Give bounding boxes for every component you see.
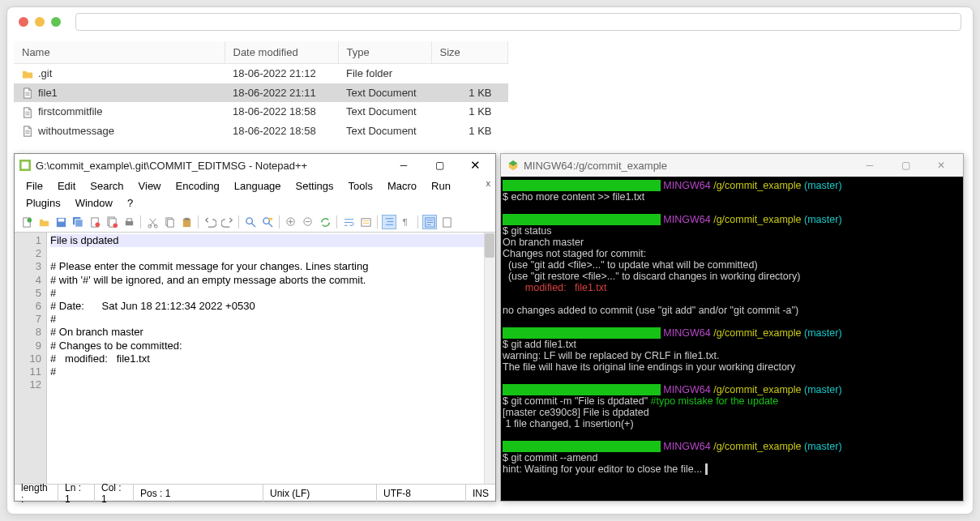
menu-view[interactable]: View <box>132 178 168 194</box>
terminal-body[interactable]: ────────────────────── MINGW64 /g/commit… <box>501 177 963 501</box>
find-icon[interactable] <box>243 215 258 229</box>
new-file-icon[interactable] <box>19 215 34 229</box>
explorer-row[interactable]: .git18-06-2022 21:12File folder <box>14 64 508 83</box>
menu-tools[interactable]: Tools <box>342 178 379 194</box>
status-pos: Pos : 1 <box>134 485 263 502</box>
svg-point-12 <box>113 223 118 228</box>
editor-scrollbar[interactable] <box>484 233 495 484</box>
undo-icon[interactable] <box>203 215 217 229</box>
minimize-button[interactable]: ─ <box>388 156 419 174</box>
svg-rect-14 <box>126 218 131 221</box>
status-line: Ln : 1 <box>58 485 95 502</box>
term-minimize-button[interactable]: ─ <box>854 156 885 174</box>
save-all-icon[interactable] <box>71 215 85 229</box>
open-folder-icon[interactable] <box>36 215 51 229</box>
explorer-row[interactable]: file118-06-2022 21:11Text Document1 KB <box>14 83 508 103</box>
terminal-titlebar[interactable]: MINGW64:/g/commit_example ─ ▢ ✕ <box>501 154 963 177</box>
menu-file[interactable]: File <box>19 178 49 194</box>
col-date[interactable]: Date modified <box>225 41 338 64</box>
status-encoding: UTF-8 <box>377 485 466 502</box>
status-col: Col : 1 <box>95 485 134 502</box>
folder-icon <box>22 69 33 80</box>
svg-point-22 <box>263 217 269 224</box>
menu-settings[interactable]: Settings <box>289 178 340 194</box>
notepad-titlebar[interactable]: G:\commit_example\.git\COMMIT_EDITMSG - … <box>15 154 495 177</box>
menu-run[interactable]: Run <box>425 178 457 194</box>
col-size[interactable]: Size <box>431 41 508 64</box>
status-length: length : <box>15 485 58 502</box>
menu-search[interactable]: Search <box>83 178 130 194</box>
status-eol: Unix (LF) <box>263 485 377 502</box>
minimize-dot[interactable] <box>35 17 45 27</box>
menu-macro[interactable]: Macro <box>381 178 423 194</box>
code-area[interactable]: File is dpdated # Please enter the commi… <box>47 233 495 484</box>
zoom-out-icon[interactable] <box>301 215 315 229</box>
doc-map-icon[interactable] <box>439 215 454 229</box>
svg-rect-29 <box>443 217 450 226</box>
close-button[interactable]: ✕ <box>460 156 490 174</box>
menu-encoding[interactable]: Encoding <box>169 178 226 194</box>
save-icon[interactable] <box>53 215 68 229</box>
cut-icon[interactable] <box>145 215 160 229</box>
svg-rect-18 <box>167 219 173 226</box>
close-dot[interactable] <box>19 17 28 27</box>
line-gutter: 123456789101112 <box>15 233 47 484</box>
file-explorer: Name Date modified Type Size .git18-06-2… <box>14 41 508 140</box>
svg-point-9 <box>95 222 100 227</box>
paste-icon[interactable] <box>179 215 194 229</box>
col-name[interactable]: Name <box>14 41 225 64</box>
svg-rect-1 <box>22 162 29 169</box>
browser-titlebar <box>7 7 973 36</box>
file-icon <box>22 88 33 99</box>
term-maximize-button[interactable]: ▢ <box>890 156 921 174</box>
svg-rect-7 <box>75 219 82 226</box>
replace-icon[interactable] <box>260 215 275 229</box>
zoom-in-icon[interactable] <box>284 215 298 229</box>
copy-icon[interactable] <box>162 215 177 229</box>
menu-language[interactable]: Language <box>228 178 288 194</box>
menu-help[interactable]: ? <box>121 195 139 211</box>
mingw-icon <box>507 160 519 171</box>
svg-rect-5 <box>58 218 64 221</box>
explorer-row[interactable]: withoutmessage18-06-2022 18:58Text Docum… <box>14 122 508 141</box>
showall-icon[interactable] <box>358 215 373 229</box>
close-all-icon[interactable] <box>105 215 119 229</box>
terminal-window: MINGW64:/g/commit_example ─ ▢ ✕ ────────… <box>500 153 964 502</box>
menu-window[interactable]: Window <box>69 195 119 211</box>
notepad-statusbar: length : Ln : 1 Col : 1 Pos : 1 Unix (LF… <box>15 484 495 502</box>
notepad-app-icon <box>19 160 31 171</box>
svg-rect-23 <box>268 217 272 220</box>
status-mode: INS <box>466 485 495 502</box>
print-icon[interactable] <box>122 215 136 229</box>
close-file-icon[interactable] <box>88 215 102 229</box>
svg-rect-26 <box>361 218 370 225</box>
function-list-icon[interactable] <box>422 215 437 229</box>
col-type[interactable]: Type <box>338 41 431 64</box>
maximize-button[interactable]: ▢ <box>424 156 455 174</box>
explorer-row[interactable]: firstcommitfile18-06-2022 18:58Text Docu… <box>14 102 508 122</box>
svg-rect-20 <box>184 217 189 220</box>
paragraph-icon[interactable]: ¶ <box>399 215 413 229</box>
svg-point-21 <box>246 217 252 224</box>
notepad-toolbar: ¶ <box>15 212 495 233</box>
explorer-header-row: Name Date modified Type Size <box>14 41 508 64</box>
svg-text:¶: ¶ <box>402 217 407 227</box>
maximize-dot[interactable] <box>51 17 61 27</box>
notepad-window: G:\commit_example\.git\COMMIT_EDITMSG - … <box>14 153 496 502</box>
notepad-menubar: FileEditSearchViewEncodingLanguageSettin… <box>15 177 495 212</box>
notepad-title: G:\commit_example\.git\COMMIT_EDITMSG - … <box>36 160 383 172</box>
terminal-title: MINGW64:/g/commit_example <box>524 160 849 172</box>
address-bar[interactable] <box>75 13 961 31</box>
sync-icon[interactable] <box>318 215 332 229</box>
menu-edit[interactable]: Edit <box>51 178 82 194</box>
redo-icon[interactable] <box>220 215 234 229</box>
file-icon <box>22 126 33 137</box>
file-icon <box>22 107 33 118</box>
wordwrap-icon[interactable] <box>341 215 356 229</box>
term-close-button[interactable]: ✕ <box>926 156 956 174</box>
indent-guide-icon[interactable] <box>382 215 396 229</box>
menu-plugins[interactable]: Plugins <box>19 195 67 211</box>
tab-close-x[interactable]: x <box>486 178 491 188</box>
svg-point-3 <box>27 217 32 222</box>
notepad-editor[interactable]: 123456789101112 File is dpdated # Please… <box>15 233 495 484</box>
